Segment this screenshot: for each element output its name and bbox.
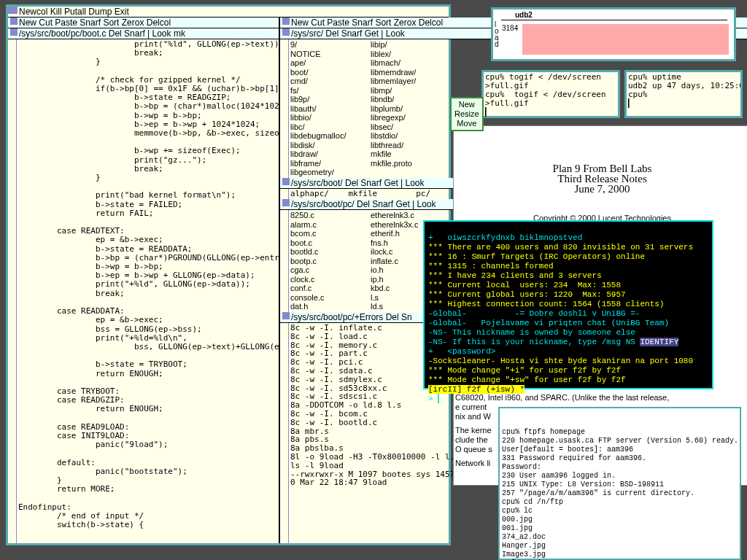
- stats-label: udb2: [515, 11, 533, 19]
- ftp-terminal[interactable]: cpu% ftpfs homepage 220 homepage.usask.c…: [498, 407, 741, 560]
- rio-menu[interactable]: New Resize Move: [450, 97, 484, 131]
- acme-col-left[interactable]: New Cut Paste Snarf Sort Zerox Delcol /s…: [8, 18, 280, 543]
- ftp-body[interactable]: cpu% ftpfs homepage 220 homepage.usask.c…: [502, 428, 738, 560]
- doc-title: Plan 9 From Bell Labs: [458, 163, 746, 174]
- doc-subtitle: Third Release Notes: [458, 174, 746, 184]
- scrollbar[interactable]: [8, 39, 17, 543]
- menu-items[interactable]: New Resize Move: [454, 100, 479, 128]
- stats-graph: [522, 24, 729, 55]
- scrollbar[interactable]: [280, 189, 289, 199]
- irc-prompt[interactable]: > ▎: [428, 394, 443, 403]
- cpu1-body[interactable]: cpu% togif < /dev/screen >full.gif cpu% …: [484, 72, 618, 117]
- scrollbar[interactable]: [280, 323, 289, 543]
- irc-line: -SocksCleaner- Hosta vi shte byde skanir…: [428, 357, 693, 384]
- acme-window[interactable]: Newcol Kill Putall Dump Exit New Cut Pas…: [6, 4, 451, 545]
- boot-c-body[interactable]: print("%ld", GLLONG(ep->text)); break; }…: [17, 39, 279, 543]
- irc-ident: IDENTIFY: [640, 338, 678, 346]
- scrollbar[interactable]: [280, 39, 289, 178]
- cpu-term-2[interactable]: cpu% uptime udb2 up 47 days, 10:25:04 cp…: [624, 70, 743, 118]
- irc-line: + oiwszcrkfydnxb biklmnopstved: [428, 233, 582, 242]
- irc-status: [ircII] f2f (+isw) *: [428, 385, 525, 394]
- cpu2-body[interactable]: cpu% uptime udb2 up 47 days, 10:25:04 cp…: [627, 72, 740, 109]
- acme-top-tag[interactable]: Newcol Kill Putall Dump Exit: [8, 7, 449, 18]
- boot-c-tag[interactable]: /sys/src/boot/pc/boot.c Del Snarf | Look…: [8, 28, 279, 39]
- irc-line: + <password>: [428, 347, 495, 356]
- irc-terminal[interactable]: + oiwszcrkfydnxb biklmnopstved *** There…: [423, 220, 713, 389]
- stats-value: 3184: [502, 24, 518, 32]
- doc-date: June 7, 2000: [458, 184, 746, 194]
- irc-line: -Global- -= Dobre doshli v UniBG =- -Glo…: [428, 309, 669, 346]
- col-tag-left[interactable]: New Cut Paste Snarf Sort Zerox Delcol: [8, 18, 279, 28]
- stats-window[interactable]: udb2 3184 l o a d: [491, 7, 736, 61]
- stats-side: l o a d: [495, 21, 499, 47]
- cpu-term-1[interactable]: cpu% togif < /dev/screen >full.gif cpu% …: [481, 70, 620, 118]
- scrollbar[interactable]: [280, 210, 289, 312]
- irc-line: *** There are 400 users and 820 invisibl…: [428, 243, 693, 308]
